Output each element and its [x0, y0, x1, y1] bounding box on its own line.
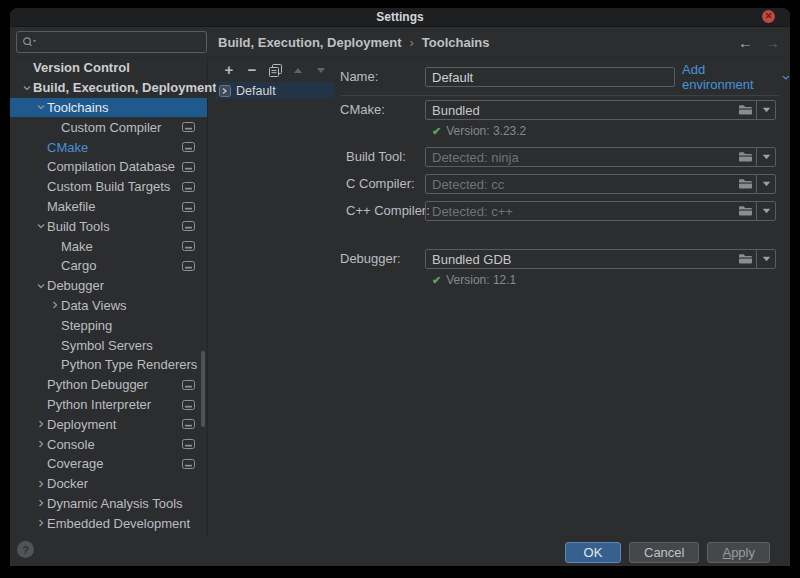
sidebar-item-label: Symbol Servers [61, 338, 153, 353]
sidebar-item-embedded-development[interactable]: Embedded Development [10, 513, 207, 533]
sidebar-item-label: Compilation Database [47, 159, 175, 174]
add-environment-label: Add environment [682, 62, 777, 92]
chevron-right-icon[interactable] [34, 419, 47, 429]
chevron-right-icon[interactable] [34, 498, 47, 508]
move-up-button[interactable] [291, 63, 305, 77]
sidebar-item-label: Cargo [61, 258, 96, 273]
settings-search-field[interactable] [16, 31, 207, 53]
sidebar-item-data-views[interactable]: Data Views [10, 296, 207, 316]
sidebar-item-cargo[interactable]: Cargo [10, 256, 207, 276]
c-compiler-combobox[interactable]: Detected: cc [425, 174, 776, 194]
build-tool-combobox[interactable]: Detected: ninja [425, 147, 776, 167]
browse-folder-icon[interactable] [734, 253, 756, 265]
sidebar-item-build-execution-deployment[interactable]: Build, Execution, Deployment [10, 78, 207, 98]
add-button[interactable]: + [222, 63, 236, 77]
toolchain-list-toolbar: +− [216, 60, 334, 80]
sidebar-item-console[interactable]: Console [10, 434, 207, 454]
move-down-button[interactable] [314, 63, 328, 77]
breadcrumb: Build, Execution, Deployment › Toolchain… [218, 27, 489, 57]
chevron-down-icon[interactable] [20, 83, 33, 93]
sidebar-item-label: Python Type Renderers [61, 357, 197, 372]
chevron-down-icon[interactable] [756, 148, 775, 166]
sidebar-item-label: Debugger [47, 278, 104, 293]
monitor-icon [182, 419, 195, 429]
add-environment-link[interactable]: Add environment [682, 67, 790, 87]
version-text: Version: 3.23.2 [446, 124, 526, 138]
chevron-down-icon[interactable] [34, 281, 47, 291]
chevron-right-icon[interactable] [34, 479, 47, 489]
back-arrow-icon[interactable]: ← [738, 34, 753, 51]
settings-dialog: Settings ✕ Build, Execution, Deployment … [10, 8, 790, 566]
debugger-value: Bundled GDB [426, 252, 734, 267]
sidebar-item-label: Python Debugger [47, 377, 148, 392]
sidebar-item-custom-build-targets[interactable]: Custom Build Targets [10, 177, 207, 197]
breadcrumb-item-parent[interactable]: Build, Execution, Deployment [218, 35, 401, 50]
apply-button[interactable]: Apply [707, 542, 770, 563]
chevron-down-icon[interactable] [756, 250, 775, 268]
sidebar-item-toolchains[interactable]: Toolchains [10, 98, 207, 118]
sidebar-item-version-control[interactable]: Version Control [10, 58, 207, 78]
browse-folder-icon[interactable] [734, 104, 756, 116]
chevron-right-icon[interactable] [34, 518, 47, 528]
debugger-version-status: ✔Version: 12.1 [432, 273, 516, 287]
build-tool-value: Detected: ninja [426, 150, 734, 165]
search-input[interactable] [40, 34, 206, 50]
toolchain-name-input[interactable] [425, 67, 675, 87]
ok-button[interactable]: OK [565, 542, 621, 563]
build-tool-label: Build Tool: [346, 147, 406, 167]
close-icon[interactable]: ✕ [762, 10, 775, 23]
browse-folder-icon[interactable] [734, 178, 756, 190]
remove-button[interactable]: − [245, 63, 259, 77]
toolchain-list-item[interactable]: Default [216, 82, 334, 99]
sidebar-item-build-tools[interactable]: Build Tools [10, 216, 207, 236]
window-title: Settings [376, 10, 423, 24]
chevron-down-icon[interactable] [34, 102, 47, 112]
cpp-compiler-value: Detected: c++ [426, 204, 734, 219]
sidebar-item-compilation-database[interactable]: Compilation Database [10, 157, 207, 177]
sidebar-item-dynamic-analysis-tools[interactable]: Dynamic Analysis Tools [10, 494, 207, 514]
cancel-button[interactable]: Cancel [629, 542, 699, 563]
sidebar-item-python-type-renderers[interactable]: Python Type Renderers [10, 355, 207, 375]
sidebar-item-makefile[interactable]: Makefile [10, 197, 207, 217]
chevron-down-icon[interactable] [756, 101, 775, 119]
cmake-combobox[interactable]: Bundled [425, 100, 776, 120]
sidebar-scrollbar[interactable] [201, 351, 205, 427]
monitor-icon [182, 182, 195, 192]
cpp-compiler-combobox[interactable]: Detected: c++ [425, 201, 776, 221]
search-icon[interactable] [22, 36, 37, 48]
debugger-combobox[interactable]: Bundled GDB [425, 249, 776, 269]
sidebar-item-label: Coverage [47, 456, 103, 471]
sidebar-item-deployment[interactable]: Deployment [10, 414, 207, 434]
sidebar-item-label: Data Views [61, 298, 127, 313]
chevron-right-icon[interactable] [48, 300, 61, 310]
chevron-down-icon[interactable] [756, 202, 775, 220]
sidebar-item-python-debugger[interactable]: Python Debugger [10, 375, 207, 395]
titlebar: Settings ✕ [10, 8, 790, 27]
sidebar-item-label: Custom Build Targets [47, 179, 170, 194]
sidebar-item-debugger[interactable]: Debugger [10, 276, 207, 296]
sidebar-item-coverage[interactable]: Coverage [10, 454, 207, 474]
sidebar-item-make[interactable]: Make [10, 236, 207, 256]
breadcrumb-item-current[interactable]: Toolchains [422, 35, 490, 50]
forward-arrow-icon[interactable]: → [765, 34, 780, 51]
sidebar-item-docker[interactable]: Docker [10, 474, 207, 494]
sidebar-item-label: Build Tools [47, 219, 110, 234]
check-icon: ✔ [432, 274, 441, 286]
chevron-right-icon[interactable] [34, 439, 47, 449]
chevron-down-icon[interactable] [34, 221, 47, 231]
sidebar-item-symbol-servers[interactable]: Symbol Servers [10, 335, 207, 355]
sidebar-item-python-interpreter[interactable]: Python Interpreter [10, 395, 207, 415]
check-icon: ✔ [432, 125, 441, 137]
browse-folder-icon[interactable] [734, 151, 756, 163]
help-button[interactable]: ? [17, 541, 34, 558]
cpp-compiler-label: C++ Compiler: [346, 201, 430, 221]
monitor-icon [182, 261, 195, 271]
copy-button[interactable] [268, 63, 282, 77]
sidebar-item-label: Build, Execution, Deployment [33, 80, 216, 95]
sidebar-item-custom-compiler[interactable]: Custom Compiler [10, 117, 207, 137]
browse-folder-icon[interactable] [734, 205, 756, 217]
sidebar-item-cmake[interactable]: CMake [10, 137, 207, 157]
chevron-down-icon[interactable] [756, 175, 775, 193]
sidebar-item-stepping[interactable]: Stepping [10, 315, 207, 335]
history-navigation: ← → [738, 27, 780, 57]
